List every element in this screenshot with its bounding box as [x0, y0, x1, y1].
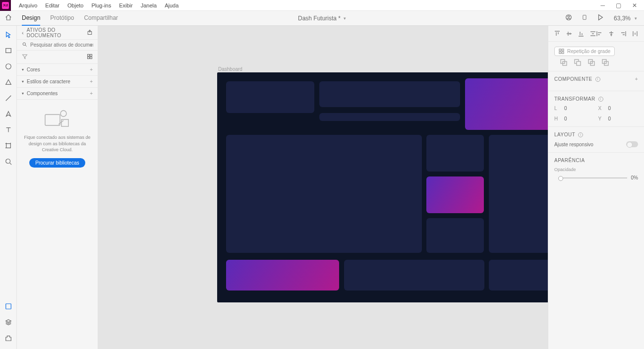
- align-hcenter-icon[interactable]: [608, 31, 614, 37]
- tool-layers[interactable]: [4, 318, 12, 326]
- canvas-card[interactable]: [426, 135, 484, 172]
- section-componente: COMPONENTE i +: [548, 71, 644, 91]
- menu-arquivo[interactable]: Arquivo: [19, 2, 37, 8]
- bool-intersect-icon[interactable]: [588, 59, 595, 66]
- tool-artboard[interactable]: [4, 142, 12, 150]
- tab-prototipo[interactable]: Protótipo: [50, 11, 74, 26]
- svg-rect-17: [559, 49, 561, 51]
- tab-design[interactable]: Design: [22, 11, 40, 26]
- repeat-grid-button[interactable]: Repetição de grade: [554, 47, 615, 56]
- tool-zoom[interactable]: [4, 158, 12, 166]
- section-estilos[interactable]: ▾ Estilos de caractere +: [17, 76, 98, 88]
- share-icon[interactable]: [87, 29, 93, 36]
- filter-icon[interactable]: [22, 54, 28, 60]
- menu-plugins[interactable]: Plug-ins: [91, 2, 111, 8]
- distribute-v-icon[interactable]: [590, 31, 596, 37]
- svg-rect-12: [88, 57, 90, 59]
- minimize-icon[interactable]: ─: [600, 2, 605, 9]
- transform-x-label: X: [598, 106, 604, 111]
- align-top-icon[interactable]: [554, 31, 560, 37]
- transform-y-value[interactable]: 0: [608, 116, 639, 121]
- bool-subtract-icon[interactable]: [574, 59, 581, 66]
- maximize-icon[interactable]: ▢: [616, 2, 621, 9]
- browse-libraries-button[interactable]: Procurar bibliotecas: [29, 158, 85, 168]
- plus-icon[interactable]: +: [635, 76, 638, 82]
- opacity-label: Opacidade: [554, 167, 638, 172]
- section-cores-label: Cores: [27, 67, 40, 72]
- toolbar: [0, 26, 17, 349]
- canvas-card-gradient[interactable]: [426, 176, 484, 213]
- artboard-dashboard[interactable]: [217, 72, 548, 302]
- section-componentes[interactable]: ▾ Componentes +: [17, 88, 98, 100]
- document-title[interactable]: Dash Futurista * ▾: [298, 15, 346, 22]
- tool-line[interactable]: [4, 94, 12, 102]
- chevron-down-icon[interactable]: ▾: [90, 43, 93, 48]
- plus-icon[interactable]: +: [90, 91, 93, 96]
- tool-ellipse[interactable]: [4, 62, 12, 70]
- zoom-control[interactable]: 63,3% ▾: [614, 15, 637, 22]
- assets-search-input[interactable]: [30, 42, 93, 48]
- svg-point-9: [23, 43, 26, 46]
- menu-exibir[interactable]: Exibir: [119, 2, 133, 8]
- play-icon[interactable]: [597, 14, 604, 22]
- transform-l-label: L: [554, 106, 560, 111]
- device-preview-icon[interactable]: [582, 14, 587, 22]
- plus-icon[interactable]: +: [90, 67, 93, 72]
- canvas[interactable]: Dashboard: [98, 26, 548, 349]
- menu-janela[interactable]: Janela: [141, 2, 157, 8]
- bool-exclude-icon[interactable]: [602, 59, 609, 66]
- section-layout: LAYOUT i Ajuste responsivo: [548, 127, 644, 153]
- canvas-card[interactable]: [489, 260, 548, 291]
- tool-libraries[interactable]: [4, 302, 12, 310]
- canvas-card[interactable]: [226, 81, 314, 113]
- tool-plugins[interactable]: [4, 334, 12, 342]
- tab-compartilhar[interactable]: Compartilhar: [84, 11, 118, 26]
- canvas-card[interactable]: [489, 135, 548, 253]
- bool-union-icon[interactable]: [560, 59, 567, 66]
- svg-rect-20: [562, 52, 564, 54]
- tool-polygon[interactable]: [4, 78, 12, 86]
- tool-select[interactable]: [4, 31, 12, 39]
- canvas-card[interactable]: [319, 81, 460, 107]
- responsive-toggle[interactable]: [626, 141, 638, 147]
- canvas-card[interactable]: [426, 218, 484, 253]
- align-vcenter-icon[interactable]: [566, 31, 572, 37]
- canvas-card[interactable]: [226, 135, 422, 253]
- section-estilos-label: Estilos de caractere: [27, 79, 70, 84]
- chevron-down-icon: ▾: [344, 16, 346, 21]
- svg-rect-24: [577, 61, 581, 65]
- responsive-label: Ajuste responsivo: [554, 142, 593, 147]
- transform-x-value[interactable]: 0: [608, 106, 639, 111]
- canvas-card-gradient[interactable]: [465, 78, 548, 130]
- canvas-card[interactable]: [344, 260, 484, 291]
- info-icon[interactable]: i: [598, 97, 603, 102]
- back-icon[interactable]: ‹: [22, 30, 24, 36]
- plus-icon[interactable]: +: [90, 79, 93, 84]
- section-cores[interactable]: ▾ Cores +: [17, 64, 98, 76]
- canvas-card-gradient[interactable]: [226, 260, 339, 291]
- opacity-slider[interactable]: [558, 177, 627, 178]
- tool-rectangle[interactable]: [4, 47, 12, 55]
- align-bottom-icon[interactable]: [578, 31, 584, 37]
- grid-view-icon[interactable]: [87, 54, 93, 60]
- artboard-label[interactable]: Dashboard: [218, 66, 242, 72]
- align-left-icon[interactable]: [596, 31, 602, 37]
- canvas-card[interactable]: [319, 113, 460, 121]
- tool-pen[interactable]: [4, 110, 12, 118]
- close-icon[interactable]: ✕: [632, 2, 637, 9]
- transform-h-value[interactable]: 0: [564, 116, 594, 121]
- info-icon[interactable]: i: [595, 77, 600, 82]
- user-avatar-icon[interactable]: [565, 14, 572, 22]
- align-right-icon[interactable]: [620, 31, 626, 37]
- info-icon[interactable]: i: [578, 132, 583, 137]
- document-title-text: Dash Futurista *: [298, 15, 341, 22]
- menu-objeto[interactable]: Objeto: [67, 2, 83, 8]
- transform-l-value[interactable]: 0: [564, 106, 594, 111]
- distribute-h-icon[interactable]: [632, 31, 638, 37]
- menu-ajuda[interactable]: Ajuda: [165, 2, 178, 8]
- menu-editar[interactable]: Editar: [45, 2, 59, 8]
- search-icon: [22, 42, 27, 48]
- tool-text[interactable]: [4, 126, 12, 134]
- section-transformar-title: TRANSFORMAR: [554, 96, 595, 102]
- home-button[interactable]: [0, 14, 17, 23]
